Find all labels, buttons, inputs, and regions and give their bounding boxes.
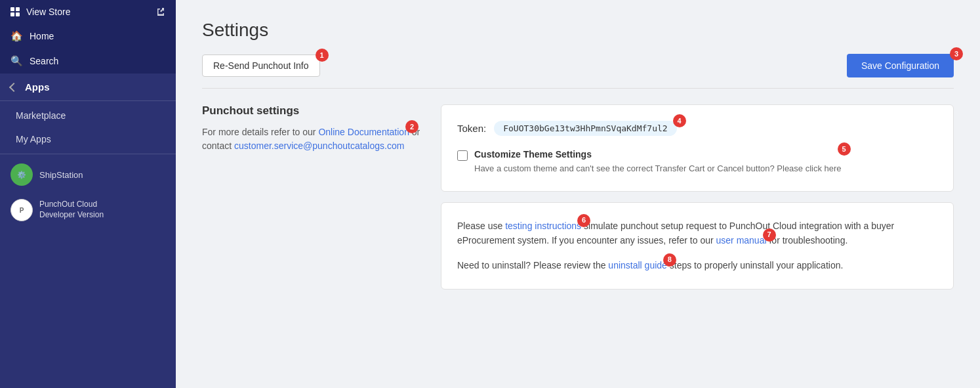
punchout-settings-description: For more details refer to our Online Doc… [202, 125, 425, 153]
punchout-settings-title: Punchout settings [202, 104, 425, 118]
badge-7: 7 [763, 228, 776, 242]
sidebar-app-shipstation[interactable]: ⚙️ ShipStation [0, 157, 176, 192]
customize-theme-title: Customize Theme Settings 5 [474, 149, 842, 160]
chevron-left-icon [9, 82, 18, 91]
shipstation-label: ShipStation [39, 170, 83, 180]
view-store-label: View Store [26, 7, 70, 17]
right-panels: Token: FoUOT30bGe13tw3HhPmnSVqaKdMf7ul2 … [441, 104, 954, 290]
customize-theme-checkbox[interactable] [457, 150, 468, 161]
punchout-settings-panel: Punchout settings For more details refer… [202, 104, 425, 290]
token-row: Token: FoUOT30bGe13tw3HhPmnSVqaKdMf7ul2 … [457, 121, 937, 136]
info-paragraph-2: Need to uninstall? Please review the uni… [457, 258, 937, 272]
online-docs-link[interactable]: Online Documentation2 [318, 127, 409, 137]
info-paragraph-1: Please use testing instructions6 simulat… [457, 219, 937, 248]
content-row: Punchout settings For more details refer… [202, 104, 954, 290]
punchout-icon: P [10, 199, 33, 221]
badge-4: 4 [673, 114, 686, 127]
search-icon: 🔍 [10, 55, 23, 67]
home-icon: 🏠 [10, 30, 23, 42]
token-label: Token: [457, 123, 486, 134]
external-link-icon [156, 7, 165, 16]
top-actions: Re-Send Punchout Info 1 Save Configurati… [202, 54, 954, 89]
badge-1: 1 [316, 49, 329, 62]
grid-icon [10, 7, 20, 16]
page-title: Settings [202, 20, 954, 41]
sidebar-item-search[interactable]: 🔍 Search [0, 49, 176, 74]
resend-button[interactable]: Re-Send Punchout Info 1 [202, 54, 320, 77]
customize-theme-description: Have a custom theme and can't see the co… [474, 162, 842, 175]
customize-row: Customize Theme Settings 5 Have a custom… [457, 149, 937, 175]
user-manual-link[interactable]: user manual7 [716, 235, 767, 246]
email-link[interactable]: customer.service@punchoutcatalogs.com [234, 140, 404, 151]
sidebar: View Store 🏠 Home 🔍 Search Apps Marketpl… [0, 0, 176, 388]
sidebar-top: View Store 🏠 Home 🔍 Search [0, 0, 176, 74]
token-value: FoUOT30bGe13tw3HhPmnSVqaKdMf7ul2 4 [494, 121, 676, 136]
search-label: Search [30, 56, 58, 66]
sidebar-divider [0, 100, 176, 101]
badge-6: 6 [577, 214, 590, 227]
info-card: Please use testing instructions6 simulat… [441, 202, 954, 290]
sidebar-item-home[interactable]: 🏠 Home [0, 24, 176, 49]
token-customize-card: Token: FoUOT30bGe13tw3HhPmnSVqaKdMf7ul2 … [441, 104, 954, 192]
badge-3: 3 [950, 47, 963, 60]
sidebar-item-view-store[interactable]: View Store [0, 0, 176, 24]
sidebar-section-apps: Apps [0, 74, 176, 98]
home-label: Home [30, 31, 54, 41]
sidebar-app-punchout[interactable]: P PunchOut CloudDeveloper Version [0, 192, 176, 228]
sidebar-item-my-apps[interactable]: My Apps [0, 127, 176, 151]
apps-label: Apps [25, 81, 50, 93]
sidebar-item-marketplace[interactable]: Marketplace [0, 104, 176, 127]
shipstation-icon: ⚙️ [10, 163, 33, 186]
badge-5: 5 [838, 142, 851, 156]
main-content: Settings Re-Send Punchout Info 1 Save Co… [176, 0, 980, 388]
uninstall-guide-link[interactable]: uninstall guide8 [608, 260, 667, 270]
sidebar-divider-2 [0, 154, 176, 154]
punchout-label: PunchOut CloudDeveloper Version [39, 200, 104, 220]
testing-instructions-link[interactable]: testing instructions6 [505, 221, 581, 231]
save-configuration-button[interactable]: Save Configuration 3 [847, 54, 954, 77]
badge-2: 2 [405, 120, 419, 133]
